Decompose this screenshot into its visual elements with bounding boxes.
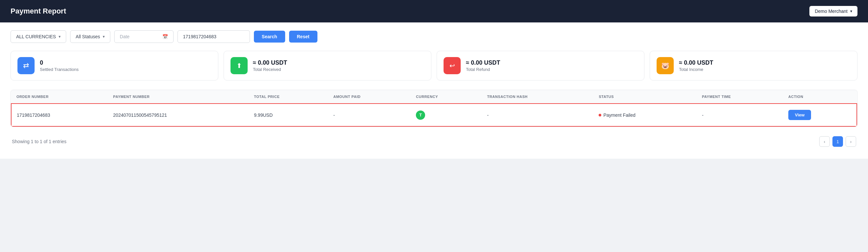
col-total-price: TOTAL PRICE <box>249 90 328 104</box>
settled-label: Settled Transactions <box>40 67 79 72</box>
merchant-dropdown[interactable]: Demo Merchant ▾ <box>809 6 858 17</box>
status-filter[interactable]: All Statuses ▾ <box>70 30 110 43</box>
cell-payment-number: 202407011500545795121 <box>108 104 249 126</box>
main-content: ALL CURRENCIES ▾ All Statuses ▾ Date 📅 S… <box>0 22 868 159</box>
cell-currency: T <box>411 104 482 126</box>
received-label: Total Received <box>253 67 287 72</box>
status-label: Payment Failed <box>603 112 635 118</box>
currency-tether-icon: T <box>416 111 425 120</box>
col-transaction-hash: TRANSACTION HASH <box>482 90 593 104</box>
view-button[interactable]: View <box>788 110 811 120</box>
settled-value: 0 <box>40 59 79 66</box>
calendar-icon: 📅 <box>162 34 168 39</box>
filter-bar: ALL CURRENCIES ▾ All Statuses ▾ Date 📅 S… <box>10 30 858 43</box>
cell-payment-time: - <box>697 104 783 126</box>
col-currency: CURRENCY <box>411 90 482 104</box>
col-action: ACTION <box>783 90 857 104</box>
transactions-table: ORDER NUMBER PAYMENT NUMBER TOTAL PRICE … <box>10 90 858 127</box>
refund-icon: ↩ <box>443 57 461 74</box>
cell-transaction-hash: - <box>482 104 593 126</box>
cell-total-price: 9.99USD <box>249 104 328 126</box>
status-filter-label: All Statuses <box>76 34 100 39</box>
cell-action: View <box>783 104 857 126</box>
col-payment-time: PAYMENT TIME <box>697 90 783 104</box>
refund-label: Total Refund <box>466 67 500 72</box>
refund-value: ≈ 0.00 USDT <box>466 59 500 66</box>
page-title: Payment Report <box>10 7 66 16</box>
income-label: Total Income <box>679 67 713 72</box>
stat-card-refund: ↩ ≈ 0.00 USDT Total Refund <box>437 51 644 81</box>
table-row: 1719817204683 202407011500545795121 9.99… <box>11 104 857 126</box>
received-value: ≈ 0.00 USDT <box>253 59 287 66</box>
stat-card-income: 🐷 ≈ 0.00 USDT Total Income <box>650 51 858 81</box>
cell-status: Payment Failed <box>593 104 696 126</box>
chevron-down-icon: ▾ <box>103 34 105 39</box>
pagination-prev-button[interactable]: ‹ <box>819 136 830 147</box>
settled-icon: ⇄ <box>18 57 35 74</box>
pagination-page-1[interactable]: 1 <box>832 136 843 147</box>
date-input[interactable]: Date 📅 <box>114 30 174 43</box>
stat-card-settled: ⇄ 0 Settled Transactions <box>10 51 218 81</box>
pagination-bar: Showing 1 to 1 of 1 entries ‹ 1 › <box>10 132 858 151</box>
pagination-controls: ‹ 1 › <box>819 136 856 147</box>
page-header: Payment Report Demo Merchant ▾ <box>0 0 868 22</box>
pagination-info: Showing 1 to 1 of 1 entries <box>12 139 66 144</box>
table-header-row: ORDER NUMBER PAYMENT NUMBER TOTAL PRICE … <box>11 90 857 104</box>
cell-amount-paid: - <box>328 104 411 126</box>
income-value: ≈ 0.00 USDT <box>679 59 713 66</box>
date-placeholder: Date <box>120 34 130 39</box>
merchant-name: Demo Merchant <box>815 8 847 14</box>
cell-order-number: 1719817204683 <box>11 104 108 126</box>
col-payment-number: PAYMENT NUMBER <box>108 90 249 104</box>
status-dot-red <box>599 114 601 116</box>
stats-row: ⇄ 0 Settled Transactions ⬆ ≈ 0.00 USDT T… <box>10 51 858 81</box>
status-badge: Payment Failed <box>599 112 691 118</box>
search-input[interactable] <box>178 30 250 43</box>
col-amount-paid: AMOUNT PAID <box>328 90 411 104</box>
chevron-down-icon: ▾ <box>850 9 852 13</box>
search-button[interactable]: Search <box>254 31 285 43</box>
chevron-down-icon: ▾ <box>59 34 61 39</box>
reset-button[interactable]: Reset <box>289 31 317 43</box>
received-icon: ⬆ <box>230 57 248 74</box>
currency-filter[interactable]: ALL CURRENCIES ▾ <box>10 30 66 43</box>
income-icon: 🐷 <box>657 57 674 74</box>
col-status: STATUS <box>593 90 696 104</box>
col-order-number: ORDER NUMBER <box>11 90 108 104</box>
pagination-next-button[interactable]: › <box>846 136 856 147</box>
currency-filter-label: ALL CURRENCIES <box>16 34 56 39</box>
stat-card-received: ⬆ ≈ 0.00 USDT Total Received <box>224 51 431 81</box>
